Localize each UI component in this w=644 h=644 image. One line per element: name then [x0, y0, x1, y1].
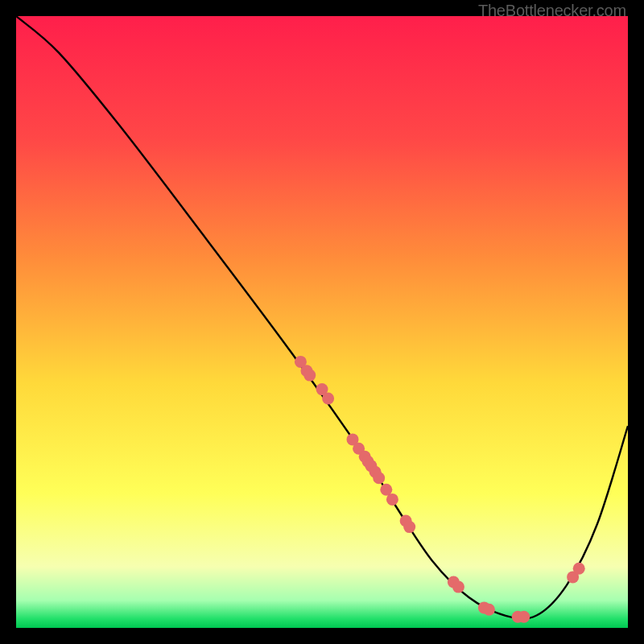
data-point	[373, 472, 385, 484]
data-point	[322, 393, 334, 405]
bottleneck-chart	[16, 16, 628, 628]
data-point	[483, 604, 495, 616]
data-point	[573, 563, 585, 575]
data-point	[452, 581, 464, 593]
chart-background	[16, 16, 628, 628]
chart-frame	[16, 16, 628, 628]
data-point	[403, 521, 415, 533]
data-point	[303, 369, 316, 382]
data-point	[386, 493, 398, 506]
data-point	[518, 611, 530, 623]
